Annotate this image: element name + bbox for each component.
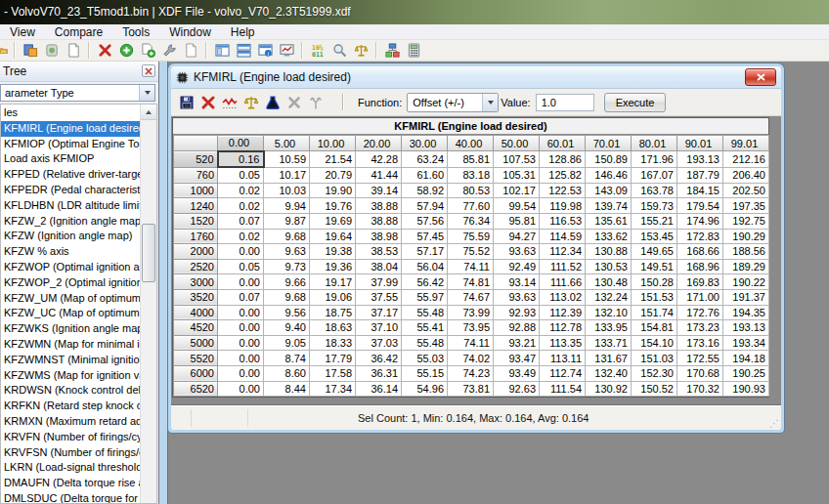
table-cell[interactable]: 167.07 <box>632 167 677 183</box>
table-cell[interactable]: 125.82 <box>540 167 586 183</box>
table-cell[interactable]: 93.47 <box>494 351 540 366</box>
tree-item[interactable]: KFZWMNST (Minimal ignition s <box>1 353 140 368</box>
table-cell[interactable]: 151.53 <box>632 289 677 305</box>
table-cell[interactable]: 153.45 <box>632 229 677 244</box>
table-cell[interactable]: 191.37 <box>723 289 769 305</box>
table-cell[interactable]: 114.59 <box>540 229 586 244</box>
tree-item[interactable]: KRVFSN (Number of firings/cy <box>1 445 140 461</box>
table-cell[interactable]: 19.64 <box>310 229 356 244</box>
table-cell[interactable]: 56.42 <box>402 274 448 290</box>
chart-monitor-icon[interactable] <box>278 42 295 60</box>
table-cell[interactable]: 130.88 <box>586 244 632 260</box>
table-cell[interactable]: 80.53 <box>448 183 494 198</box>
table-cell[interactable]: 57.17 <box>402 244 448 260</box>
table-cell[interactable]: 0.00 <box>218 274 264 290</box>
table-cell[interactable]: 179.54 <box>677 198 723 214</box>
table-cell[interactable]: 37.10 <box>356 320 402 336</box>
save-icon[interactable] <box>177 93 196 112</box>
window-info-icon[interactable]: i <box>256 42 274 60</box>
tree-item[interactable]: KFLDHBN (LDR altitude limitati <box>1 198 140 214</box>
table-cell[interactable]: 73.81 <box>448 381 494 397</box>
table-cell[interactable]: 171.96 <box>632 151 677 168</box>
new-document-icon[interactable] <box>65 42 82 60</box>
table-cell[interactable]: 36.14 <box>356 381 402 397</box>
table-cell[interactable]: 0.05 <box>218 259 264 274</box>
table-cell[interactable]: 111.54 <box>540 381 586 397</box>
tile-vertical-icon[interactable] <box>213 42 231 60</box>
table-cell[interactable]: 54.96 <box>402 381 448 397</box>
table-cell[interactable]: 163.78 <box>632 183 677 198</box>
table-cell[interactable]: 172.83 <box>677 229 723 244</box>
table-cell[interactable]: 92.49 <box>494 259 540 274</box>
tree-item[interactable]: KFZWOP_2 (Optimal ignition a <box>1 275 140 291</box>
column-header[interactable]: 70.01 <box>586 136 632 151</box>
search-icon[interactable] <box>330 42 348 60</box>
table-cell[interactable]: 0.00 <box>218 381 264 397</box>
table-cell[interactable]: 0.16 <box>218 151 264 168</box>
bin-info-icon[interactable] <box>43 42 61 60</box>
table-cell[interactable]: 149.51 <box>632 259 677 274</box>
row-header[interactable]: 760 <box>174 167 218 183</box>
table-cell[interactable]: 92.63 <box>494 381 540 397</box>
table-cell[interactable]: 130.48 <box>586 274 632 290</box>
tree-item[interactable]: DMLSDUC (Delta torque for fi <box>1 491 140 504</box>
row-header[interactable]: 6520 <box>174 381 218 397</box>
table-cell[interactable]: 93.21 <box>494 335 540 351</box>
table-cell[interactable]: 61.60 <box>402 167 448 183</box>
table-cell[interactable]: 57.45 <box>402 229 448 244</box>
row-header[interactable]: 5000 <box>174 335 218 351</box>
table-cell[interactable]: 130.53 <box>586 259 632 274</box>
table-cell[interactable]: 75.52 <box>448 244 494 260</box>
table-cell[interactable]: 9.05 <box>264 335 310 351</box>
tree-item[interactable]: Load axis KFMIOP <box>1 151 140 167</box>
table-cell[interactable]: 111.52 <box>540 259 586 274</box>
table-cell[interactable]: 152.30 <box>632 365 677 381</box>
table-cell[interactable]: 135.61 <box>586 213 632 229</box>
column-header[interactable]: 99.01 <box>723 136 769 151</box>
table-cell[interactable]: 190.22 <box>723 274 769 290</box>
column-header[interactable]: 50.00 <box>494 136 540 151</box>
table-cell[interactable]: 9.68 <box>264 289 310 305</box>
table-cell[interactable]: 172.76 <box>677 305 723 320</box>
delete-icon[interactable] <box>198 93 218 112</box>
table-cell[interactable]: 193.34 <box>723 335 769 351</box>
table-cell[interactable]: 63.24 <box>402 151 448 168</box>
table-cell[interactable]: 8.44 <box>264 381 310 397</box>
table-cell[interactable]: 149.65 <box>632 244 677 260</box>
column-header[interactable]: 20.00 <box>356 136 402 151</box>
tree-item[interactable]: LKRN (Load-signal threshold k <box>1 460 140 476</box>
row-header[interactable]: 3000 <box>174 274 218 290</box>
tree-item[interactable]: KFZWKS (Ignition angle map f <box>1 321 140 337</box>
table-cell[interactable]: 20.79 <box>310 167 356 183</box>
table-cell[interactable]: 36.42 <box>356 351 402 366</box>
table-cell[interactable]: 112.39 <box>540 305 586 320</box>
table-cell[interactable]: 18.63 <box>310 320 356 336</box>
tree-item[interactable]: KFPED (Relative driver-target <box>1 167 140 183</box>
table-cell[interactable]: 93.49 <box>494 365 540 381</box>
scroll-up-button[interactable] <box>141 105 156 120</box>
table-cell[interactable]: 193.13 <box>677 151 723 168</box>
dropdown-arrow-button[interactable] <box>482 94 498 111</box>
table-cell[interactable]: 206.40 <box>723 167 769 183</box>
column-header[interactable]: 30.00 <box>402 136 448 151</box>
scales-icon[interactable] <box>352 42 370 60</box>
table-cell[interactable]: 0.00 <box>218 335 264 351</box>
table-cell[interactable]: 150.89 <box>586 151 632 168</box>
scales-icon[interactable] <box>241 93 261 112</box>
tree-item[interactable]: KFMIRL (Engine load desired) <box>1 121 140 137</box>
table-cell[interactable]: 55.48 <box>402 305 448 320</box>
tree-item[interactable]: KFZW (Ignition angle map) <box>1 229 140 244</box>
table-cell[interactable]: 18.33 <box>310 335 356 351</box>
table-cell[interactable]: 0.00 <box>218 320 264 336</box>
table-cell[interactable]: 92.88 <box>494 320 540 336</box>
table-cell[interactable]: 170.32 <box>677 381 723 397</box>
table-cell[interactable]: 130.92 <box>586 381 632 397</box>
column-header[interactable]: 10.00 <box>310 136 356 151</box>
table-cell[interactable]: 194.35 <box>723 305 769 320</box>
table-cell[interactable]: 73.99 <box>448 305 494 320</box>
table-cell[interactable]: 172.55 <box>677 351 723 366</box>
table-cell[interactable]: 93.63 <box>494 289 540 305</box>
table-cell[interactable]: 57.94 <box>402 198 448 214</box>
table-cell[interactable]: 36.31 <box>356 365 402 381</box>
row-header[interactable]: 2520 <box>174 259 218 274</box>
